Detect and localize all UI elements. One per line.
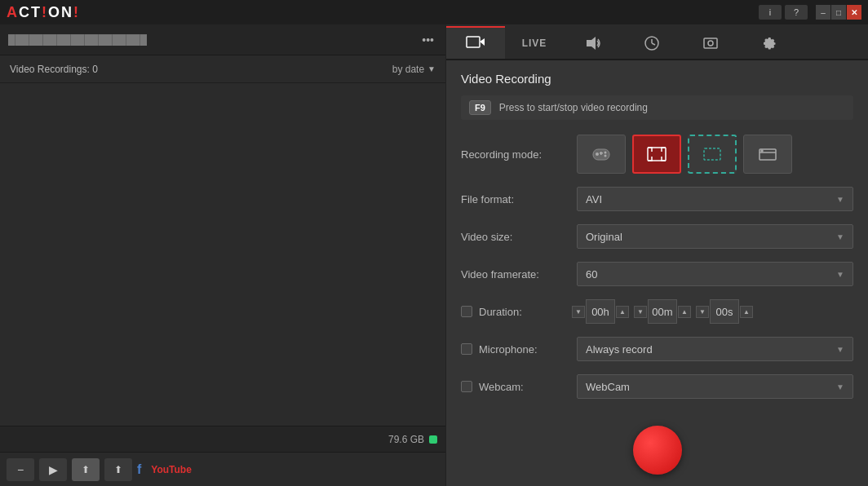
folder-options-button[interactable]: ••• — [418, 33, 437, 46]
left-header: ████████████████████ ••• — [0, 24, 445, 55]
framerate-label: Video framerate: — [461, 268, 567, 281]
video-size-value: Original — [586, 231, 622, 243]
framerate-row: Video framerate: 60 ▼ — [461, 262, 853, 286]
seconds-value: 00s — [710, 299, 739, 324]
svg-line-5 — [652, 43, 655, 45]
toolbar: − ▶ ⬆ ⬆ f YouTube — [0, 452, 445, 486]
file-format-value: AVI — [586, 193, 602, 205]
tab-live[interactable]: LIVE — [505, 26, 564, 59]
storage-indicator — [429, 435, 437, 444]
duration-label: Duration: — [479, 306, 522, 318]
framerate-dropdown[interactable]: 60 ▼ — [577, 262, 853, 286]
sort-chevron-icon: ▼ — [427, 64, 436, 73]
webcam-checkbox[interactable] — [461, 381, 472, 392]
svg-rect-14 — [648, 148, 666, 161]
recording-mode-controls — [577, 135, 853, 174]
help-button[interactable]: ? — [785, 5, 808, 20]
svg-point-10 — [604, 152, 607, 154]
file-format-arrow-icon: ▼ — [836, 195, 844, 204]
folder-path: ████████████████████ — [8, 34, 418, 46]
webcam-arrow-icon: ▼ — [836, 382, 844, 391]
minutes-value: 00m — [648, 299, 677, 324]
maximize-button[interactable]: □ — [831, 5, 846, 20]
mode-window-button[interactable] — [743, 135, 792, 174]
framerate-arrow-icon: ▼ — [836, 270, 844, 279]
recording-mode-label: Recording mode: — [461, 148, 567, 161]
duration-controls: ▼ 00h ▲ ▼ 00m ▲ ▼ 00s ▲ — [572, 299, 753, 324]
minutes-up-button[interactable]: ▲ — [678, 306, 691, 318]
file-format-dropdown[interactable]: AVI ▼ — [577, 187, 853, 211]
video-size-dropdown[interactable]: Original ▼ — [577, 224, 853, 249]
facebook-button[interactable]: f — [137, 462, 141, 477]
file-format-row: File format: AVI ▼ — [461, 187, 853, 211]
framerate-value: 60 — [586, 268, 597, 281]
svg-point-11 — [604, 155, 607, 157]
shortcut-key: F9 — [469, 100, 491, 115]
microphone-label: Microphone: — [479, 343, 538, 356]
webcam-label: Webcam: — [479, 381, 524, 393]
duration-row: Duration: ▼ 00h ▲ ▼ 00m ▲ — [461, 299, 853, 324]
microphone-row: Microphone: Always record ▼ — [461, 337, 853, 361]
mode-gamepad-button[interactable] — [577, 135, 626, 174]
webcam-value: WebCam — [586, 381, 630, 393]
close-button[interactable]: ✕ — [847, 5, 861, 20]
right-content: Video Recording F9 Press to start/stop v… — [446, 60, 868, 418]
microphone-dropdown[interactable]: Always record ▼ — [577, 337, 853, 361]
video-size-label: Video size: — [461, 231, 567, 243]
storage-text: 79.6 GB — [388, 434, 424, 445]
hours-value: 00h — [586, 299, 615, 324]
record-area — [446, 418, 868, 486]
svg-point-9 — [596, 152, 599, 156]
shortcut-bar: F9 Press to start/stop video recording — [461, 95, 853, 120]
play-button[interactable]: ▶ — [39, 458, 67, 481]
mode-fullscreen-button[interactable] — [632, 135, 681, 174]
sort-area[interactable]: by date ▼ — [392, 64, 436, 75]
tab-settings[interactable] — [740, 26, 799, 59]
webcam-row: Webcam: WebCam ▼ — [461, 374, 853, 399]
tab-video[interactable] — [446, 26, 505, 59]
app-logo: ACT!ON! — [7, 4, 80, 21]
sort-label: by date — [392, 64, 424, 75]
duration-checkbox[interactable] — [461, 306, 472, 317]
file-format-label: File format: — [461, 193, 567, 205]
minutes-down-button[interactable]: ▼ — [634, 306, 647, 318]
tab-audio[interactable] — [564, 26, 622, 59]
seconds-up-button[interactable]: ▲ — [740, 306, 753, 318]
upload-button[interactable]: ⬆ — [72, 458, 100, 481]
svg-rect-0 — [467, 37, 480, 47]
tab-screenshot[interactable] — [681, 26, 740, 59]
mode-region-button[interactable] — [688, 135, 737, 174]
recordings-bar: Video Recordings: 0 by date ▼ — [0, 55, 445, 83]
svg-point-7 — [708, 41, 713, 46]
tab-clock[interactable] — [622, 26, 681, 59]
svg-rect-6 — [704, 38, 717, 48]
svg-marker-2 — [587, 37, 596, 50]
minimize-button[interactable]: – — [816, 5, 830, 20]
recording-mode-row: Recording mode: — [461, 135, 853, 174]
remove-button[interactable]: − — [7, 458, 34, 481]
webcam-dropdown[interactable]: WebCam ▼ — [577, 374, 853, 399]
storage-footer: 79.6 GB — [0, 426, 445, 452]
tab-bar: LIVE — [446, 24, 868, 60]
hours-up-button[interactable]: ▲ — [616, 306, 629, 318]
svg-marker-1 — [480, 38, 485, 46]
microphone-checkbox[interactable] — [461, 343, 472, 355]
info-button[interactable]: i — [759, 5, 782, 20]
microphone-arrow-icon: ▼ — [836, 345, 844, 354]
record-button[interactable] — [633, 426, 682, 475]
youtube-button[interactable]: YouTube — [146, 462, 197, 477]
svg-rect-15 — [704, 148, 720, 160]
recordings-content — [0, 83, 445, 426]
microphone-value: Always record — [586, 343, 653, 356]
video-size-arrow-icon: ▼ — [836, 232, 844, 241]
seconds-down-button[interactable]: ▼ — [696, 306, 709, 318]
shortcut-description: Press to start/stop video recording — [499, 102, 648, 113]
recordings-count: Video Recordings: 0 — [10, 64, 98, 75]
section-title: Video Recording — [461, 72, 853, 86]
video-size-row: Video size: Original ▼ — [461, 224, 853, 249]
share-button[interactable]: ⬆ — [104, 458, 132, 481]
svg-rect-13 — [600, 152, 602, 155]
hours-down-button[interactable]: ▼ — [572, 306, 585, 318]
svg-point-18 — [761, 150, 763, 152]
